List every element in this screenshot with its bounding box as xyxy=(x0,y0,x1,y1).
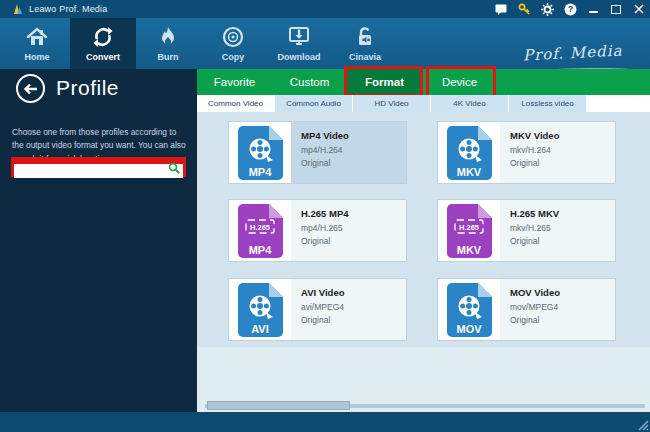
page-title: Profile xyxy=(56,76,119,100)
profile-quality: Original xyxy=(301,315,406,325)
nav-cinavia[interactable]: Cinavia xyxy=(332,18,398,69)
feedback-icon[interactable] xyxy=(494,2,508,16)
mp4-file-icon: MP4 xyxy=(236,125,284,181)
profile-card-mov[interactable]: MOV MOV Video mov/MPEG4 Original xyxy=(437,278,616,341)
nav-convert[interactable]: Convert xyxy=(70,18,136,69)
tab-favorite[interactable]: Favorite xyxy=(197,69,272,95)
nav-burn[interactable]: Burn xyxy=(135,18,201,69)
svg-text:MKV: MKV xyxy=(457,244,482,256)
status-bar xyxy=(0,412,650,432)
svg-text:H.265: H.265 xyxy=(250,222,270,231)
convert-icon xyxy=(91,25,115,49)
svg-text:MP4: MP4 xyxy=(249,166,273,178)
profile-card-mkv[interactable]: MKV MKV Video mkv/H.264 Original xyxy=(437,121,616,184)
profile-quality: Original xyxy=(510,236,615,246)
profile-format: avi/MPEG4 xyxy=(301,302,406,312)
nav-home[interactable]: Home xyxy=(4,18,70,69)
copy-icon xyxy=(221,25,245,49)
back-button[interactable] xyxy=(16,74,45,103)
profile-format: mp4/H.264 xyxy=(301,145,406,155)
back-arrow-icon xyxy=(23,83,38,95)
h265-mkv-file-icon: H.265 MKV xyxy=(445,203,493,259)
help-icon[interactable]: ? xyxy=(563,2,577,16)
tab-custom[interactable]: Custom xyxy=(272,69,347,95)
profile-format: mkv/H.265 xyxy=(510,223,615,233)
key-icon[interactable] xyxy=(517,2,531,16)
subtab-common-audio[interactable]: Common Audio xyxy=(275,95,353,112)
h265-mp4-file-icon: H.265 MP4 xyxy=(236,203,284,259)
minimize-button[interactable] xyxy=(586,2,600,16)
svg-text:MP4: MP4 xyxy=(249,244,273,256)
profile-quality: Original xyxy=(301,236,406,246)
window-title: Leawo Prof. Media xyxy=(29,4,107,14)
profile-title: H.265 MP4 xyxy=(301,208,406,219)
profile-format: mp4/H.265 xyxy=(301,223,406,233)
brand-script: Prof. Media xyxy=(522,41,622,64)
tab-device[interactable]: Device xyxy=(422,69,497,95)
profile-title: MP4 Video xyxy=(301,130,406,141)
subtab-4k-video[interactable]: 4K Video xyxy=(431,95,509,112)
profile-format: mkv/H.264 xyxy=(510,145,615,155)
search-input[interactable] xyxy=(14,164,183,178)
profile-quality: Original xyxy=(510,158,615,168)
app-logo-icon xyxy=(13,4,23,15)
nav-download[interactable]: Download xyxy=(266,18,332,69)
tab-format[interactable]: Format xyxy=(347,69,422,95)
download-icon xyxy=(287,25,311,49)
resize-grip[interactable] xyxy=(637,419,649,431)
subtab-hd-video[interactable]: HD Video xyxy=(353,95,431,112)
profile-title: AVI Video xyxy=(301,287,406,298)
svg-text:?: ? xyxy=(567,4,573,14)
profile-quality: Original xyxy=(301,158,406,168)
cinavia-icon xyxy=(353,25,377,49)
search-annotation-box xyxy=(11,157,186,177)
svg-text:MOV: MOV xyxy=(456,323,482,335)
main-nav: Home Convert Burn Copy Download Cinavia … xyxy=(0,18,650,69)
search-icon[interactable] xyxy=(168,162,180,174)
profile-title: H.265 MKV xyxy=(510,208,615,219)
svg-text:AVI: AVI xyxy=(251,323,269,335)
profile-format: mov/MPEG4 xyxy=(510,302,615,312)
subtab-lossless-video[interactable]: Lossless video xyxy=(509,95,587,112)
sidebar xyxy=(0,69,197,412)
subtab-common-video[interactable]: Common Video xyxy=(197,95,275,112)
title-bar: Leawo Prof. Media ? xyxy=(0,0,650,18)
nav-copy[interactable]: Copy xyxy=(200,18,266,69)
nav-burn-label: Burn xyxy=(158,52,179,62)
category-tabs: Favorite Custom Format Device xyxy=(197,69,650,95)
maximize-button[interactable] xyxy=(609,2,623,16)
profile-card-h265-mkv[interactable]: H.265 MKV H.265 MKV mkv/H.265 Original xyxy=(437,199,616,262)
gear-icon[interactable] xyxy=(540,2,554,16)
home-icon xyxy=(25,25,49,49)
svg-text:H.265: H.265 xyxy=(459,222,479,231)
nav-download-label: Download xyxy=(278,52,321,62)
profile-card-h265-mp4[interactable]: H.265 MP4 H.265 MP4 mp4/H.265 Original xyxy=(228,199,407,262)
horizontal-scrollbar-thumb[interactable] xyxy=(207,401,350,410)
profile-title: MKV Video xyxy=(510,130,615,141)
mkv-file-icon: MKV xyxy=(445,125,493,181)
avi-file-icon: AVI xyxy=(236,282,284,338)
nav-copy-label: Copy xyxy=(222,52,245,62)
profile-title: MOV Video xyxy=(510,287,615,298)
subcategory-tabs: Common Video Common Audio HD Video 4K Vi… xyxy=(197,95,650,112)
nav-cinavia-label: Cinavia xyxy=(349,52,381,62)
profile-card-mp4[interactable]: MP4 MP4 Video mp4/H.264 Original xyxy=(228,121,407,184)
burn-icon xyxy=(156,25,180,49)
mov-file-icon: MOV xyxy=(445,282,493,338)
nav-convert-label: Convert xyxy=(86,52,120,62)
nav-home-label: Home xyxy=(24,52,49,62)
svg-text:MKV: MKV xyxy=(457,166,482,178)
profile-card-avi[interactable]: AVI AVI Video avi/MPEG4 Original xyxy=(228,278,407,341)
close-button[interactable] xyxy=(632,2,646,16)
profile-quality: Original xyxy=(510,315,615,325)
